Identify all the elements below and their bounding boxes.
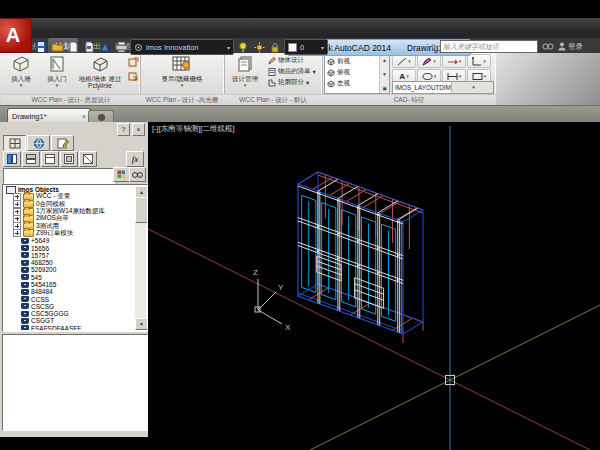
tree-item[interactable]: 15757 [4, 252, 135, 259]
view-mode-button-4[interactable] [60, 151, 78, 167]
tree-item[interactable]: CSCSG [4, 303, 135, 310]
tree-item[interactable]: 5454165 [4, 281, 135, 288]
view-mode-button-3[interactable] [41, 151, 59, 167]
workspace-switcher[interactable]: imos Innovation ▾ [130, 39, 234, 55]
fx-button[interactable]: fx [126, 151, 144, 167]
tree-item[interactable]: FSAFSDFAASFF [4, 325, 135, 330]
view-list-item[interactable]: 俯视 [325, 67, 379, 78]
tab-world[interactable] [27, 135, 50, 151]
item-label: CSCSG [31, 303, 54, 310]
quick-access-toolbar: imos Innovation ▾ 0 ▾ ▾ [34, 39, 333, 55]
viewport-controls: [-] [东南等轴测] [二维线框] [152, 124, 235, 134]
lock-icon[interactable] [268, 40, 282, 54]
chevron-down-icon: ▾ [433, 58, 436, 64]
panel1-title[interactable]: WCC Plan - 设计- 房屋设计 [2, 94, 140, 105]
view-control[interactable]: [东南等轴测] [159, 124, 201, 134]
show-hide-grid-button[interactable]: 显示/隐藏栅格 ▾ [147, 54, 217, 89]
item-label: 15656 [31, 245, 49, 252]
close-palette-button[interactable]: × [132, 123, 145, 136]
help-button[interactable]: ? [117, 123, 130, 136]
tree-item[interactable]: 545 [4, 274, 135, 281]
item-list-button[interactable]: 物品的清单 ▾ [268, 66, 316, 77]
insert-door-button[interactable]: 插入门 ▾ [40, 54, 74, 89]
tab-edit[interactable] [51, 135, 74, 151]
item-label: 468250 [31, 259, 53, 266]
tree-folder[interactable]: Z99订单模块 [4, 230, 135, 237]
spline-tool-button[interactable]: ▾ [417, 54, 441, 68]
panel3-title[interactable]: WCC Plan - 设计 - 默认 [224, 94, 322, 105]
tree-item[interactable]: 848484 [4, 288, 135, 295]
tree-item[interactable]: 468250 [4, 259, 135, 266]
tab-objects[interactable] [3, 135, 26, 151]
view-list-scrollbar: ▲ ▼ ▣ [379, 56, 389, 93]
view-mode-button-1[interactable] [3, 151, 21, 167]
drawing-viewport[interactable]: Z Y X [-] [东南等轴测] [二维线框] [148, 122, 600, 450]
sheet-set-button[interactable] [82, 40, 96, 54]
view-list-item[interactable]: 前视 [325, 56, 379, 67]
floor-wall-polyline-button[interactable]: 地板/墙体 通过 Pclylinie [74, 54, 126, 89]
polyline-tool-button[interactable]: ▾ [467, 54, 491, 68]
object-filter-input[interactable] [3, 168, 115, 184]
object-preview-pane [2, 334, 148, 431]
tree-item[interactable]: 15656 [4, 244, 135, 251]
scroll-down-button[interactable]: ▼ [380, 70, 389, 79]
view-mode-button-2[interactable] [22, 151, 40, 167]
tree-item[interactable]: CSGGT [4, 317, 135, 324]
scroll-up-button[interactable]: ▲ [380, 56, 389, 65]
tree-item[interactable]: CCSS [4, 295, 135, 302]
open-button[interactable] [50, 40, 64, 54]
insert-wall-button[interactable]: 插入墙 ▾ [4, 54, 38, 89]
cabinet-object-icon [21, 260, 29, 266]
visual-style-control[interactable]: [二维线框] [200, 124, 234, 134]
application-menu-button[interactable]: A [0, 18, 32, 53]
panel2-title[interactable]: WCC Plan - 设计 -高光栅 [140, 94, 224, 105]
sun-icon[interactable] [252, 40, 266, 54]
expand-icon[interactable] [13, 229, 21, 237]
save-button[interactable] [34, 40, 48, 54]
tree-item[interactable]: 5269200 [4, 266, 135, 273]
sign-in-label: 登录 [568, 42, 583, 52]
panel4-title[interactable]: CAD- 特征 [322, 94, 496, 105]
close-icon[interactable]: × [82, 113, 86, 120]
cube-icon [327, 58, 335, 66]
chevron-down-icon: ▾ [434, 73, 437, 79]
cabinet-tool-button-1[interactable] [127, 56, 140, 68]
viewport-menu-control[interactable]: [-] [152, 124, 159, 134]
tree-item[interactable]: +5649 [4, 237, 135, 244]
scroll-more-button[interactable]: ▣ [380, 84, 389, 93]
infocenter-arrow-icon[interactable]: ▶ [432, 42, 437, 50]
qat-customize-button[interactable]: ▾ [330, 44, 333, 51]
ucs-icon: Z Y X [253, 268, 291, 332]
tree-scrollbar[interactable]: ▲ ▼ [135, 186, 146, 330]
line-tool-button[interactable]: ▾ [392, 54, 416, 68]
tool-button[interactable] [98, 40, 112, 54]
view-mode-button-5[interactable] [79, 151, 97, 167]
object-design-button[interactable]: 物体设计 [268, 55, 316, 66]
plot-button[interactable] [114, 40, 128, 54]
bulb-icon[interactable] [236, 40, 250, 54]
view-list-item[interactable]: 左视 [325, 78, 379, 89]
chevron-down-icon: ▾ [451, 82, 493, 93]
scrollbar-thumb[interactable] [135, 197, 148, 223]
filter-button[interactable] [113, 167, 130, 182]
layer-control[interactable]: 0 ▾ [284, 39, 328, 55]
new-sheet-button[interactable] [66, 40, 80, 54]
design-manage-button[interactable]: 设计管理 ▾ [226, 54, 264, 89]
profile-section-button[interactable]: 轮廓部分 ▾ [268, 77, 316, 88]
sign-in-button[interactable]: 登录 [558, 42, 583, 52]
floor-cube-icon [74, 54, 126, 74]
object-tree: imos Objects WCC - 变量0合同模板1万家园W14原始数据库2i… [4, 186, 135, 330]
scroll-down-button[interactable]: ▼ [135, 318, 148, 330]
help-search-input[interactable] [440, 40, 538, 53]
cabinet-tool-button-2[interactable] [127, 70, 140, 82]
drawing-canvas[interactable]: Z Y X [148, 122, 600, 450]
dim-style-combo[interactable]: IMOS_LAYOUTDIM ▾ [392, 81, 494, 94]
tree-item[interactable]: CSC5GGGG [4, 310, 135, 317]
object-design-label: 物体设计 [278, 56, 304, 65]
panel-default: 设计管理 ▾ 物体设计 物品的清单 ▾ 轮廓部分 ▾ W [224, 53, 323, 105]
ucs-x-label: X [285, 323, 291, 332]
leader-tool-button[interactable]: ▾ [442, 54, 466, 68]
search-button[interactable] [129, 167, 146, 182]
chevron-down-icon: ▾ [459, 58, 462, 64]
binoculars-icon[interactable] [542, 42, 554, 51]
